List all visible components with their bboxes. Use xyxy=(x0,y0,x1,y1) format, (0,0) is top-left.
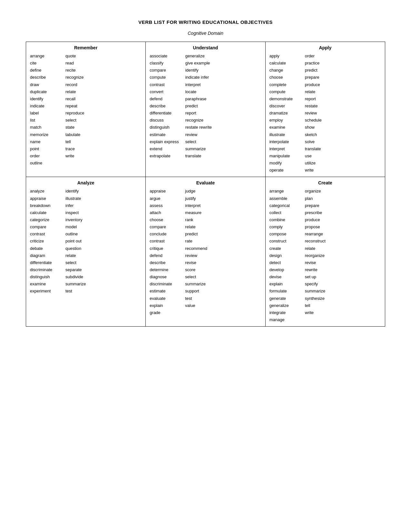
word-item: measure xyxy=(185,210,214,216)
word-item: discuss xyxy=(150,117,179,123)
word-item: relate xyxy=(65,252,94,259)
word-item: tell xyxy=(65,139,94,145)
word-item: specify xyxy=(305,281,334,287)
word-item: recognize xyxy=(65,74,94,81)
cell-0-1: Understandassociateclassifycomparecomput… xyxy=(146,42,265,177)
word-item: prepare xyxy=(305,202,334,209)
words-col-1-2-1: organizeplanprepareprescribeproducepropo… xyxy=(305,188,334,323)
cell-0-0: Rememberarrangecitedefinedescribedrawdup… xyxy=(26,42,146,177)
word-item: describe xyxy=(150,103,179,109)
word-item: summarize xyxy=(65,281,94,287)
word-item: develop xyxy=(269,267,298,273)
word-item: rate xyxy=(185,238,214,244)
word-item: review xyxy=(305,110,334,116)
word-item: illustrate xyxy=(269,132,298,138)
word-item: interpret xyxy=(185,82,214,88)
word-item: reorganize xyxy=(305,252,334,259)
word-item: match xyxy=(30,124,59,131)
word-item: compute xyxy=(269,89,298,95)
word-item: describe xyxy=(30,74,59,81)
word-item: state xyxy=(65,124,94,131)
word-item: arrange xyxy=(30,53,59,59)
word-item: quote xyxy=(65,53,94,59)
word-item: modify xyxy=(269,160,298,166)
word-item: distinguish xyxy=(150,124,179,131)
word-item: integrate xyxy=(269,310,298,316)
word-item: estimate xyxy=(150,132,179,138)
word-item: relate xyxy=(305,89,334,95)
word-item: summarize xyxy=(185,146,214,152)
word-item: value xyxy=(185,302,214,309)
word-item: criticize xyxy=(30,238,59,244)
main-table: Rememberarrangecitedefinedescribedrawdup… xyxy=(26,42,385,327)
word-item: recall xyxy=(65,96,94,102)
word-item: choose xyxy=(269,74,298,81)
word-item: predict xyxy=(185,231,214,237)
word-item: predict xyxy=(185,103,214,109)
word-item: calculate xyxy=(30,210,59,216)
word-item: examine xyxy=(269,124,298,131)
word-item: employ xyxy=(269,117,298,123)
word-item: conclude xyxy=(150,231,179,237)
word-item: name xyxy=(30,139,59,145)
word-item: recite xyxy=(65,67,94,74)
word-item: plan xyxy=(305,195,334,202)
word-item: comply xyxy=(269,224,298,230)
word-item: differentiate xyxy=(30,260,59,266)
word-item: formulate xyxy=(269,288,298,294)
word-item: relate xyxy=(185,224,214,230)
word-item: subdivide xyxy=(65,274,94,280)
word-item: translate xyxy=(185,153,214,159)
word-item: assemble xyxy=(269,195,298,202)
word-item: show xyxy=(305,124,334,131)
section-header-1-1: Evaluate xyxy=(150,180,261,188)
word-item: interpret xyxy=(269,146,298,152)
word-item: draw xyxy=(30,82,59,88)
word-item: indicate infer xyxy=(185,74,214,81)
word-item: outline xyxy=(65,231,94,237)
word-item: describe xyxy=(150,260,179,266)
word-item: recommend xyxy=(185,245,214,252)
word-item: estimate xyxy=(150,288,179,294)
word-item: question xyxy=(65,245,94,252)
word-item: report xyxy=(305,96,334,102)
word-item: examine xyxy=(30,281,59,287)
word-item: justify xyxy=(185,195,214,202)
word-item: use xyxy=(305,153,334,159)
section-header-1-2: Create xyxy=(269,180,381,188)
word-item: select xyxy=(65,260,94,266)
words-col-0-2-0: applycalculatechangechoosecompletecomput… xyxy=(269,53,298,173)
word-item: change xyxy=(269,67,298,74)
word-item: diagnose xyxy=(150,274,179,280)
word-item: outline xyxy=(30,160,59,166)
word-item: rank xyxy=(185,217,214,223)
word-item: attach xyxy=(150,210,179,216)
words-col-1-0-1: identifyillustrateinferinspectinventorym… xyxy=(65,188,94,294)
word-item: extend xyxy=(150,146,179,152)
word-item: solve xyxy=(305,139,334,145)
subtitle: Cognitive Domain xyxy=(188,31,223,36)
word-item: compose xyxy=(269,231,298,237)
word-item: explain xyxy=(269,281,298,287)
word-item: revise xyxy=(185,260,214,266)
word-item: order xyxy=(305,53,334,59)
word-item: create xyxy=(269,245,298,252)
word-item: record xyxy=(65,82,94,88)
word-item: associate xyxy=(150,53,179,59)
section-header-0-0: Remember xyxy=(30,45,142,53)
word-item: choose xyxy=(150,217,179,223)
word-item: defend xyxy=(150,96,179,102)
word-item: indicate xyxy=(30,103,59,109)
word-item: list xyxy=(30,117,59,123)
word-item: devise xyxy=(269,274,298,280)
word-item: separate xyxy=(65,267,94,273)
word-item: produce xyxy=(305,82,334,88)
word-item: report xyxy=(185,110,214,116)
word-item: score xyxy=(185,267,214,273)
word-item: design xyxy=(269,252,298,259)
word-item: locate xyxy=(185,89,214,95)
word-item: complete xyxy=(269,82,298,88)
word-item: demonstrate xyxy=(269,96,298,102)
word-item: review xyxy=(185,132,214,138)
section-header-1-0: Analyze xyxy=(30,180,142,188)
